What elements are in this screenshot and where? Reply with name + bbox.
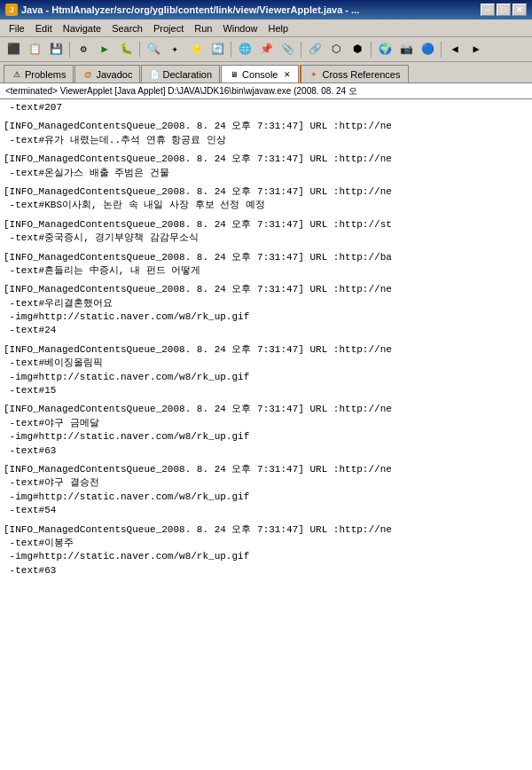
toolbar-sep-4 <box>301 42 301 58</box>
toolbar-btn-19[interactable]: ◀ <box>445 40 465 59</box>
toolbar-btn-11[interactable]: 📌 <box>256 40 276 59</box>
menu-navigate[interactable]: Navigate <box>58 22 106 35</box>
breadcrumb-text: <terminated> ViewerApplet [Java Applet] … <box>5 86 357 96</box>
console-line: -text#KBS이사회, 논란 속 내일 사장 후보 선정 예정 <box>4 199 528 212</box>
javadoc-icon: @ <box>82 69 93 80</box>
menu-bar: File Edit Navigate Search Project Run Wi… <box>0 20 532 37</box>
toolbar-btn-5[interactable]: 🐛 <box>116 40 136 59</box>
console-line: -text#우리결혼했어요 <box>4 297 528 310</box>
toolbar-btn-8[interactable]: ⭐ <box>186 40 206 59</box>
toolbar-btn-13[interactable]: 🔗 <box>305 40 325 59</box>
console-line: -text#63 <box>4 564 528 578</box>
console-line: -text#이봉주 <box>4 537 528 550</box>
toolbar-sep-3 <box>231 42 231 58</box>
toolbar-sep-1 <box>69 42 70 58</box>
console-line: [INFO_ManagedContentsQueue_2008. 8. 24 오… <box>4 218 528 232</box>
console-line: -text#흔들리는 中증시, 내 펀드 어떻게 <box>4 264 528 278</box>
toolbar-btn-15[interactable]: ⬢ <box>348 40 367 59</box>
toolbar-sep-2 <box>139 42 140 58</box>
console-line: [INFO_ManagedContentsQueue_2008. 8. 24 오… <box>4 120 528 133</box>
tab-cross-references[interactable]: ✦ Cross References <box>300 65 408 82</box>
maximize-button[interactable]: □ <box>497 4 511 16</box>
console-line: -text#야구 결승전 <box>4 476 528 490</box>
console-line: [INFO_ManagedContentsQueue_2008. 8. 24 오… <box>4 403 528 416</box>
toolbar-btn-3[interactable]: 💾 <box>46 40 66 59</box>
menu-help[interactable]: Help <box>263 22 294 35</box>
title-bar: J Java - HtmlAnalyzer/src/org/yglib/cont… <box>0 0 532 20</box>
console-line: [INFO_ManagedContentsQueue_2008. 8. 24 오… <box>4 185 528 199</box>
toolbar-btn-2[interactable]: 📋 <box>25 40 44 59</box>
toolbar: ⬛ 📋 💾 ⚙ ▶ 🐛 🔍 ✦ ⭐ 🔄 🌐 📌 📎 🔗 ⬡ ⬢ 🌍 📷 🔵 ◀ … <box>0 37 532 62</box>
tab-declaration-label: Declaration <box>162 69 212 80</box>
menu-search[interactable]: Search <box>106 22 148 35</box>
app-icon: J <box>5 4 18 16</box>
toolbar-btn-17[interactable]: 📷 <box>396 40 416 59</box>
toolbar-btn-7[interactable]: ✦ <box>165 40 184 59</box>
tab-declaration[interactable]: 📄 Declaration <box>141 65 220 82</box>
toolbar-btn-18[interactable]: 🔵 <box>418 40 437 59</box>
declaration-icon: 📄 <box>149 69 160 80</box>
toolbar-btn-6[interactable]: 🔍 <box>144 40 163 59</box>
console-line: -text#베이징올림픽 <box>4 357 528 370</box>
toolbar-btn-20[interactable]: ▶ <box>466 40 486 59</box>
toolbar-btn-9[interactable]: 🔄 <box>207 40 227 59</box>
tab-problems-label: Problems <box>25 69 66 80</box>
tab-problems[interactable]: ⚠ Problems <box>4 65 74 82</box>
console-line: [INFO_ManagedContentsQueue_2008. 8. 24 오… <box>4 283 528 296</box>
console-line: -text#54 <box>4 504 528 517</box>
toolbar-btn-14[interactable]: ⬡ <box>326 40 346 59</box>
toolbar-btn-16[interactable]: 🌍 <box>375 40 395 59</box>
toolbar-btn-run[interactable]: ▶ <box>95 40 114 59</box>
console-line: -img#http://static.naver.com/w8/rk_up.gi… <box>4 371 528 384</box>
tab-javadoc-label: Javadoc <box>96 69 132 80</box>
tab-cross-refs-label: Cross References <box>322 69 400 80</box>
console-output[interactable]: -text#207 [INFO_ManagedContentsQueue_200… <box>0 99 532 770</box>
toolbar-sep-6 <box>441 42 442 58</box>
toolbar-btn-1[interactable]: ⬛ <box>4 40 23 59</box>
console-line: [INFO_ManagedContentsQueue_2008. 8. 24 오… <box>4 251 528 264</box>
menu-run[interactable]: Run <box>189 22 217 35</box>
window-title: Java - HtmlAnalyzer/src/org/yglib/conten… <box>21 4 359 15</box>
console-line: -img#http://static.naver.com/w8/rk_up.gi… <box>4 310 528 324</box>
tab-javadoc[interactable]: @ Javadoc <box>74 65 140 82</box>
console-line: [INFO_ManagedContentsQueue_2008. 8. 24 오… <box>4 463 528 476</box>
window-controls: ─ □ ✕ <box>481 4 527 16</box>
console-line: -text#24 <box>4 324 528 337</box>
console-line: -text#온실가스 배출 주범은 건물 <box>4 167 528 180</box>
problems-icon: ⚠ <box>12 69 22 80</box>
toolbar-btn-10[interactable]: 🌐 <box>235 40 254 59</box>
menu-project[interactable]: Project <box>148 22 189 35</box>
console-line: -text#야구 금메달 <box>4 417 528 430</box>
cross-refs-icon: ✦ <box>309 69 319 80</box>
console-line: -img#http://static.naver.com/w8/rk_up.gi… <box>4 550 528 563</box>
console-line: [INFO_ManagedContentsQueue_2008. 8. 24 오… <box>4 523 528 537</box>
console-line: [INFO_ManagedContentsQueue_2008. 8. 24 오… <box>4 153 528 166</box>
toolbar-btn-4[interactable]: ⚙ <box>74 40 93 59</box>
console-line: -text#유가 내렸는데..추석 연휴 항공료 인상 <box>4 134 528 147</box>
close-button[interactable]: ✕ <box>512 4 527 16</box>
menu-window[interactable]: Window <box>217 22 262 35</box>
console-close-icon[interactable]: ✕ <box>284 70 291 79</box>
tab-console-label: Console <box>242 69 278 80</box>
tab-console[interactable]: 🖥 Console ✕ <box>221 65 299 82</box>
console-line: -img#http://static.naver.com/w8/rk_up.gi… <box>4 491 528 504</box>
menu-file[interactable]: File <box>4 22 30 35</box>
console-line: -img#http://static.naver.com/w8/rk_up.gi… <box>4 430 528 444</box>
console-line: [INFO_ManagedContentsQueue_2008. 8. 24 오… <box>4 343 528 357</box>
console-line: -text#207 <box>4 101 528 114</box>
minimize-button[interactable]: ─ <box>481 4 495 16</box>
console-line: -text#63 <box>4 444 528 458</box>
menu-edit[interactable]: Edit <box>30 22 58 35</box>
tabs-bar: ⚠ Problems @ Javadoc 📄 Declaration 🖥 Con… <box>0 62 532 83</box>
console-line: -text#중국증시, 경기부양책 감감무소식 <box>4 232 528 245</box>
console-line: -text#15 <box>4 384 528 397</box>
toolbar-sep-5 <box>371 42 372 58</box>
toolbar-btn-12[interactable]: 📎 <box>278 40 297 59</box>
console-icon: 🖥 <box>229 69 239 80</box>
breadcrumb-bar: <terminated> ViewerApplet [Java Applet] … <box>0 83 532 99</box>
